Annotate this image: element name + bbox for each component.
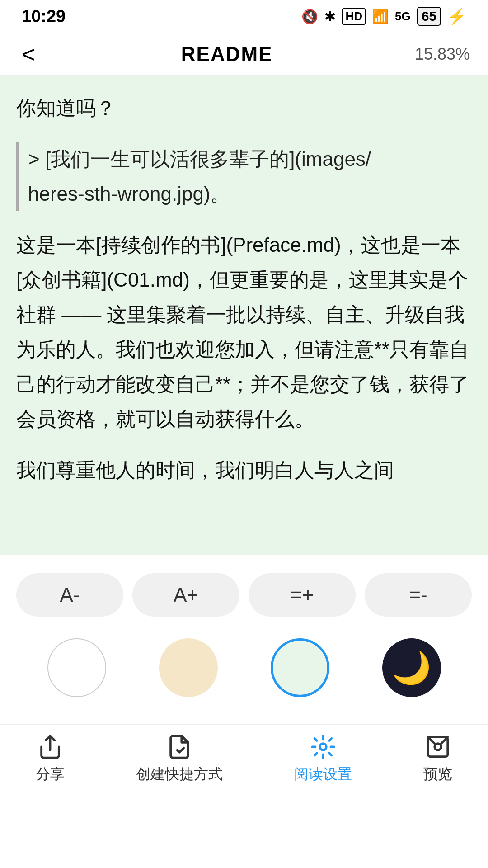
nav-item-preview[interactable]: 预览 [414, 734, 461, 784]
content-area: 你知道吗？ > [我们一生可以活很多辈子的](images/heres-sth-… [0, 76, 488, 555]
mute-icon: 🔇 [301, 9, 318, 24]
paragraph-2: 这是一本[持续创作的书](Preface.md)，这也是一本[众创书籍](C01… [16, 227, 472, 436]
theme-green-button[interactable] [271, 638, 329, 697]
back-button[interactable]: < [18, 37, 39, 71]
battery-indicator: 65 [417, 7, 441, 26]
moon-icon: 🌙 [392, 649, 431, 686]
paragraph-1: 你知道吗？ [16, 90, 472, 125]
page-title: README [181, 43, 273, 66]
increase-font-button[interactable]: A+ [132, 573, 239, 617]
theme-cream-button[interactable] [159, 638, 218, 697]
nav-item-share[interactable]: 分享 [27, 734, 74, 784]
theme-colors: 🌙 [16, 638, 472, 697]
wifi-icon: 📶 [372, 9, 389, 24]
status-time: 10:29 [22, 7, 66, 26]
nav-item-shortcut[interactable]: 创建快捷方式 [127, 734, 232, 784]
reading-settings-icon [310, 734, 336, 760]
theme-dark-button[interactable]: 🌙 [382, 638, 441, 697]
nav-label-shortcut: 创建快捷方式 [136, 764, 223, 784]
decrease-spacing-button[interactable]: =- [365, 573, 472, 617]
toolbar-section: A- A+ =+ =- 🌙 [0, 555, 488, 697]
reading-progress: 15.83% [415, 45, 470, 64]
bluetooth-icon: ✱ [324, 9, 336, 24]
preview-icon [425, 734, 451, 760]
nav-bar: < README 15.83% [0, 33, 488, 76]
bottom-nav: 分享 创建快捷方式 阅读设置 预览 [0, 724, 488, 798]
nav-item-reading-settings[interactable]: 阅读设置 [285, 734, 361, 784]
shortcut-icon [166, 734, 192, 760]
content-text: 你知道吗？ > [我们一生可以活很多辈子的](images/heres-sth-… [16, 90, 472, 487]
nav-label-reading-settings: 阅读设置 [294, 764, 352, 784]
increase-spacing-button[interactable]: =+ [249, 573, 356, 617]
decrease-font-button[interactable]: A- [16, 573, 123, 617]
status-bar: 10:29 🔇 ✱ HD 📶 5G 65 ⚡ [0, 0, 488, 33]
nav-label-share: 分享 [36, 764, 65, 784]
svg-point-1 [320, 744, 327, 750]
paragraph-3: 我们尊重他人的时间，我们明白人与人之间 [16, 453, 472, 487]
nav-label-preview: 预览 [423, 764, 452, 784]
font-controls: A- A+ =+ =- [16, 573, 472, 617]
hd-icon: HD [342, 8, 366, 25]
theme-white-button[interactable] [47, 638, 106, 697]
signal-icon: 5G [395, 9, 411, 24]
status-icons: 🔇 ✱ HD 📶 5G 65 ⚡ [301, 7, 466, 26]
share-icon [37, 734, 63, 760]
charging-icon: ⚡ [447, 7, 466, 25]
svg-point-3 [435, 744, 441, 750]
paragraph-blockquote: > [我们一生可以活很多辈子的](images/heres-sth-wrong.… [16, 142, 472, 211]
